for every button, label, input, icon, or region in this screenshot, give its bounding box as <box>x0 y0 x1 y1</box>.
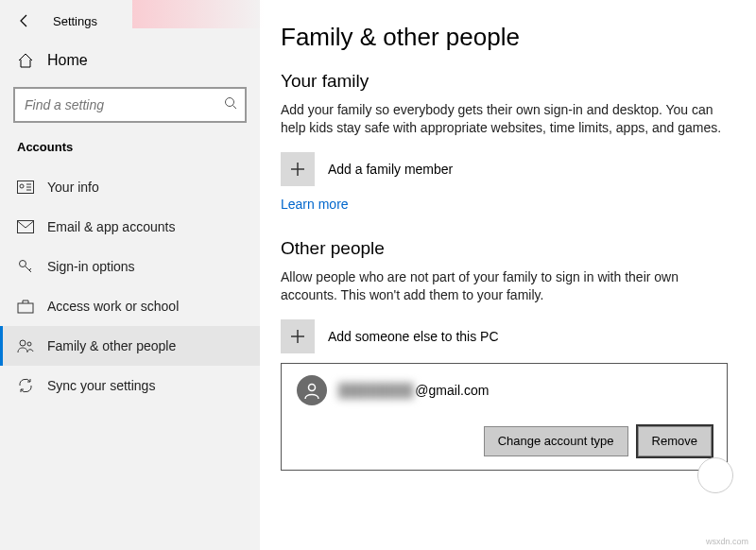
nav-label: Sync your settings <box>47 378 155 393</box>
nav-label: Access work or school <box>47 299 179 314</box>
back-button[interactable] <box>15 11 34 30</box>
svg-point-0 <box>226 98 234 107</box>
svg-line-10 <box>29 268 31 270</box>
avatar-icon <box>297 375 327 405</box>
search-input[interactable] <box>23 96 224 113</box>
add-other-label: Add someone else to this PC <box>328 329 499 344</box>
remove-button[interactable]: Remove <box>638 426 712 456</box>
svg-point-18 <box>309 384 316 390</box>
add-someone-else[interactable]: Add someone else to this PC <box>281 319 728 353</box>
search-icon <box>224 96 237 113</box>
nav-label: Family & other people <box>47 338 176 353</box>
learn-more-link[interactable]: Learn more <box>281 197 349 212</box>
svg-line-1 <box>233 106 237 110</box>
page-title: Family & other people <box>281 23 728 52</box>
nav-label: Your info <box>47 180 99 195</box>
add-family-label: Add a family member <box>328 162 453 177</box>
nav-access-work-school[interactable]: Access work or school <box>0 286 260 326</box>
change-account-type-button[interactable]: Change account type <box>484 426 628 456</box>
watermark: wsxdn.com <box>706 537 748 546</box>
plus-icon <box>281 319 315 353</box>
plus-icon <box>281 152 315 186</box>
home-label: Home <box>47 52 88 69</box>
add-family-member[interactable]: Add a family member <box>281 152 728 186</box>
family-heading: Your family <box>281 71 728 92</box>
other-heading: Other people <box>281 238 728 259</box>
nav-label: Sign-in options <box>47 259 135 274</box>
nav-email-accounts[interactable]: Email & app accounts <box>0 207 260 247</box>
svg-point-12 <box>20 340 26 346</box>
nav-family-other-people[interactable]: Family & other people <box>0 326 260 366</box>
svg-rect-11 <box>18 303 33 313</box>
sync-icon <box>17 377 34 394</box>
user-account-card[interactable]: ████████@gmail.com Change account type R… <box>281 363 728 471</box>
svg-rect-7 <box>18 221 34 233</box>
svg-point-8 <box>20 261 26 267</box>
section-label: Accounts <box>0 134 260 167</box>
nav-sign-in-options[interactable]: Sign-in options <box>0 247 260 286</box>
nav-sync-settings[interactable]: Sync your settings <box>0 366 260 405</box>
svg-point-13 <box>27 342 31 346</box>
mail-icon <box>17 218 34 235</box>
briefcase-icon <box>17 298 34 315</box>
floating-button[interactable] <box>697 457 733 493</box>
home-nav[interactable]: Home <box>0 42 260 79</box>
key-icon <box>17 258 34 275</box>
svg-point-3 <box>20 184 24 188</box>
nav-your-info[interactable]: Your info <box>0 167 260 207</box>
search-container[interactable] <box>13 87 247 123</box>
people-icon <box>17 337 34 354</box>
user-card-icon <box>17 179 34 196</box>
window-title: Settings <box>53 14 97 28</box>
user-email: ████████@gmail.com <box>338 383 489 398</box>
family-desc: Add your family so everybody gets their … <box>281 101 728 137</box>
other-desc: Allow people who are not part of your fa… <box>281 268 728 304</box>
nav-label: Email & app accounts <box>47 219 175 234</box>
home-icon <box>17 52 34 69</box>
